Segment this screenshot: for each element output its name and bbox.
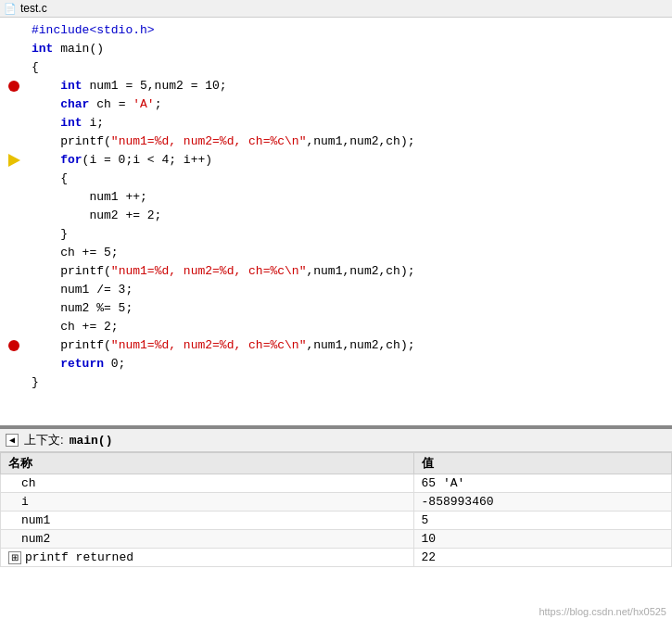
- col-name-header: 名称: [1, 453, 414, 474]
- line-text: printf("num1=%d, num2=%d, ch=%c\n",num1,…: [28, 262, 672, 281]
- line-text: for(i = 0;i < 4; i++): [28, 151, 672, 170]
- breakpoint-icon[interactable]: [8, 81, 19, 92]
- watermark: https://blog.csdn.net/hx0525: [539, 606, 666, 617]
- code-line: printf("num1=%d, num2=%d, ch=%c\n",num1,…: [0, 262, 672, 281]
- tab-filename[interactable]: test.c: [20, 2, 47, 15]
- line-text: num1 /= 3;: [28, 281, 672, 299]
- line-text: printf("num1=%d, num2=%d, ch=%c\n",num1,…: [28, 336, 672, 355]
- code-line: num2 %= 5;: [0, 299, 672, 318]
- code-line: ch += 2;: [0, 318, 672, 336]
- code-area: #include<stdio.h>int main(){ int num1 = …: [0, 18, 672, 425]
- line-text: int main(): [28, 40, 672, 58]
- var-value: 22: [413, 549, 671, 567]
- code-line: int i;: [0, 114, 672, 133]
- tab-bar: 📄 test.c: [0, 0, 672, 18]
- line-text: printf("num1=%d, num2=%d, ch=%c\n",num1,…: [28, 133, 672, 151]
- code-line: {: [0, 58, 672, 77]
- line-text: {: [28, 58, 672, 77]
- var-name: ⊞printf returned: [1, 549, 414, 567]
- var-value: 10: [413, 530, 671, 549]
- line-text: return 0;: [28, 355, 672, 373]
- var-name: num1: [1, 512, 414, 530]
- context-bar: ◀ 上下文: main(): [0, 429, 672, 452]
- file-icon: 📄: [4, 3, 17, 15]
- code-line: }: [0, 225, 672, 244]
- expand-icon[interactable]: ⊞: [8, 551, 21, 564]
- col-value-header: 值: [413, 453, 671, 474]
- code-line: for(i = 0;i < 4; i++): [0, 151, 672, 170]
- line-text: ch += 5;: [28, 244, 672, 262]
- line-text: ch += 2;: [28, 318, 672, 336]
- table-row: ⊞printf returned22: [1, 549, 672, 567]
- line-text: #include<stdio.h>: [28, 21, 672, 40]
- context-label: 上下文:: [24, 432, 64, 448]
- context-value: main(): [70, 434, 113, 448]
- code-line: num2 += 2;: [0, 207, 672, 225]
- breakpoint-icon[interactable]: [8, 340, 19, 351]
- line-text: int num1 = 5,num2 = 10;: [28, 77, 672, 95]
- line-text: char ch = 'A';: [28, 95, 672, 114]
- line-text: num2 += 2;: [28, 207, 672, 225]
- code-line: return 0;: [0, 355, 672, 373]
- code-line: ch += 5;: [0, 244, 672, 262]
- code-line: int num1 = 5,num2 = 10;: [0, 77, 672, 95]
- current-line-arrow-icon: [8, 154, 20, 167]
- code-line: printf("num1=%d, num2=%d, ch=%c\n",num1,…: [0, 336, 672, 355]
- var-value: 65 'A': [413, 474, 671, 493]
- variables-table: 名称 值 ch65 'A'i-858993460num15num210⊞prin…: [0, 452, 672, 567]
- var-name: ch: [1, 474, 414, 493]
- line-text: }: [28, 225, 672, 244]
- var-value: 5: [413, 512, 671, 530]
- line-gutter: [0, 340, 28, 351]
- var-value: -858993460: [413, 493, 671, 512]
- code-line: int main(): [0, 40, 672, 58]
- line-gutter: [0, 154, 28, 167]
- var-name: num2: [1, 530, 414, 549]
- code-line: num1 /= 3;: [0, 281, 672, 299]
- table-row: i-858993460: [1, 493, 672, 512]
- line-text: num1 ++;: [28, 188, 672, 207]
- table-row: num15: [1, 512, 672, 530]
- line-text: num2 %= 5;: [28, 299, 672, 318]
- code-line: num1 ++;: [0, 188, 672, 207]
- table-row: num210: [1, 530, 672, 549]
- code-line: printf("num1=%d, num2=%d, ch=%c\n",num1,…: [0, 133, 672, 151]
- code-line: #include<stdio.h>: [0, 21, 672, 40]
- code-line: {: [0, 170, 672, 188]
- bottom-panel: ◀ 上下文: main() 名称 值 ch65 'A'i-858993460nu…: [0, 427, 672, 567]
- code-line: }: [0, 373, 672, 392]
- table-row: ch65 'A': [1, 474, 672, 493]
- line-gutter: [0, 81, 28, 92]
- code-line: char ch = 'A';: [0, 95, 672, 114]
- line-text: int i;: [28, 114, 672, 133]
- line-text: {: [28, 170, 672, 188]
- editor-panel: 📄 test.c #include<stdio.h>int main(){ in…: [0, 0, 672, 427]
- line-text: }: [28, 373, 672, 392]
- var-name: i: [1, 493, 414, 512]
- context-toggle-button[interactable]: ◀: [6, 434, 19, 447]
